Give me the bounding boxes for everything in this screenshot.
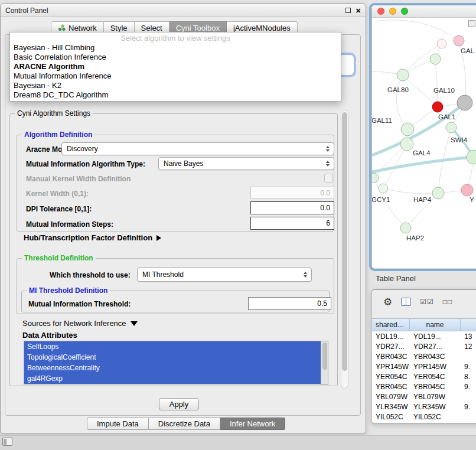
- table-row[interactable]: YBR045CYBR045C9.: [372, 381, 476, 392]
- algorithm-option-bayesian-k2[interactable]: Bayesian - K2: [10, 81, 341, 90]
- settings-scrollbar[interactable]: [341, 110, 348, 389]
- close-traffic-light-icon[interactable]: [377, 8, 384, 15]
- attribute-item-selfloops[interactable]: SelfLoops: [24, 341, 321, 352]
- network-node[interactable]: [430, 54, 441, 64]
- mi-algorithm-type-select[interactable]: Naive Bayes: [158, 157, 334, 170]
- algorithm-option-mutual-information-inference[interactable]: Mutual Information Inference: [10, 71, 341, 81]
- network-node[interactable]: [432, 187, 444, 199]
- mi-threshold-value: 0.5: [317, 299, 327, 308]
- mi-threshold-input[interactable]: 0.5: [248, 297, 331, 310]
- network-node-label: GAL10: [433, 87, 455, 94]
- network-edge: [372, 157, 474, 172]
- dpi-tolerance-input[interactable]: 0.0: [250, 201, 334, 214]
- attribute-item-topologicalcoefficient[interactable]: TopologicalCoefficient: [24, 352, 321, 363]
- network-node[interactable]: [379, 184, 388, 193]
- control-panel-dock-icon[interactable]: [2, 438, 12, 446]
- network-canvas[interactable]: GAL80GAL10GAL11GAL1SWI4GAL4GCY1HAP4HAP2G…: [372, 18, 476, 268]
- aracne-mode-value: Discovery: [67, 145, 324, 153]
- table-row[interactable]: YPR145WYPR145W9.: [372, 361, 476, 371]
- column-layout-icon[interactable]: [401, 298, 411, 306]
- network-node[interactable]: [457, 95, 472, 110]
- network-node-label: GAL4: [413, 149, 431, 156]
- algorithm-option-dream8-dc-tdc-algorithm[interactable]: Dream8 DC_TDC Algorithm: [10, 90, 341, 100]
- bottom-tab-impute-data[interactable]: Impute Data: [87, 418, 149, 430]
- network-node[interactable]: [467, 150, 476, 164]
- settings-gear-icon[interactable]: ⚙: [383, 297, 392, 307]
- network-node[interactable]: [400, 138, 413, 151]
- table-cell: YDL19...: [372, 331, 410, 341]
- table-row[interactable]: YBL079WYBL079W: [372, 392, 476, 402]
- network-node-label: GAL1: [438, 113, 455, 120]
- network-node[interactable]: [400, 223, 411, 233]
- table-cell: YDR27...: [372, 341, 410, 351]
- attributes-scrollbar-thumb[interactable]: [322, 343, 327, 370]
- which-threshold-select[interactable]: MI Threshold: [137, 268, 312, 282]
- network-node[interactable]: [372, 173, 379, 182]
- table-cell: [461, 412, 476, 422]
- sources-expander[interactable]: Sources for Network Inference: [22, 319, 138, 328]
- tab-label: Style: [110, 24, 128, 32]
- mi-algorithm-type-label: Mutual Information Algorithm Type:: [26, 160, 145, 168]
- bottom-tab-discretize-data[interactable]: Discretize Data: [149, 418, 220, 430]
- column-header-shared[interactable]: shared...: [372, 319, 410, 331]
- table-cell: YBR043C: [410, 351, 461, 361]
- tab-label: jActiveMNodules: [233, 24, 291, 32]
- table-cell: 13: [461, 331, 476, 341]
- table-toolbar: ⚙☑☑□□: [383, 295, 452, 308]
- network-node[interactable]: [401, 123, 414, 136]
- close-icon[interactable]: ×: [356, 7, 361, 14]
- manual-kernel-width-checkbox[interactable]: [324, 174, 333, 182]
- network-node[interactable]: [446, 122, 457, 133]
- aracne-mode-select[interactable]: Discovery: [61, 142, 334, 155]
- kernel-width-label: Kernel Width (0,1):: [26, 190, 89, 198]
- threshold-definition-title: Threshold Definition: [22, 254, 96, 262]
- bottom-tab-infer-network[interactable]: Infer Network: [220, 418, 285, 430]
- minimize-traffic-light-icon[interactable]: [389, 8, 396, 15]
- cyni-settings-group-title: Cyni Algorithm Settings: [15, 109, 93, 118]
- attribute-item-gal4rgexp[interactable]: gal4RGexp: [24, 373, 321, 384]
- column-header-name[interactable]: name: [410, 319, 461, 331]
- attribute-item-betweennesscentrality[interactable]: BetweennessCentrality: [24, 363, 321, 373]
- expand-right-icon: [157, 235, 161, 241]
- hub-definition-expander[interactable]: Hub/Transcription Factor Definition: [24, 233, 161, 242]
- node-table: shared...name YDL19...YDL19...13YDR27...…: [372, 318, 476, 423]
- algorithm-option-basic-correlation-inference[interactable]: Basic Correlation Inference: [10, 53, 341, 62]
- which-threshold-value: MI Threshold: [142, 270, 301, 279]
- float-window-icon[interactable]: [345, 8, 351, 13]
- table-row[interactable]: YDR27...YDR27...12: [372, 341, 476, 351]
- algorithm-option-aracne-algorithm[interactable]: ARACNE Algorithm: [10, 62, 341, 71]
- table-body: YDL19...YDL19...13YDR27...YDR27...12YBR0…: [372, 331, 476, 422]
- tab-label: Cyni Toolbox: [176, 24, 220, 32]
- clear-all-checkboxes-icon[interactable]: □□: [443, 298, 453, 306]
- kernel-width-input[interactable]: 0.0: [250, 187, 334, 199]
- select-all-checkboxes-icon[interactable]: ☑☑: [420, 298, 434, 306]
- bottom-tab-bar: Impute DataDiscretize DataInfer Network: [87, 418, 285, 430]
- network-node[interactable]: [432, 102, 443, 112]
- mi-steps-input[interactable]: 6: [250, 217, 334, 230]
- table-cell: YIL052C: [410, 412, 461, 422]
- desktop: Control Panel × NetworkStyleSelectCyni T…: [0, 0, 476, 450]
- table-row[interactable]: YLR345WYLR345W9.: [372, 402, 476, 412]
- network-node[interactable]: [461, 184, 473, 196]
- table-cell: 9.: [461, 402, 476, 412]
- network-graph-svg: GAL80GAL10GAL11GAL1SWI4GAL4GCY1HAP4HAP2G…: [372, 18, 476, 268]
- zoom-traffic-light-icon[interactable]: [401, 8, 408, 15]
- table-row[interactable]: YER054CYER054C8.: [372, 371, 476, 381]
- table-cell: 9.: [461, 361, 476, 371]
- apply-button[interactable]: Apply: [159, 398, 199, 410]
- algorithm-option-bayesian-hill-climbing[interactable]: Bayesian - Hill Climbing: [10, 43, 341, 53]
- table-row[interactable]: YBR043CYBR043C: [372, 351, 476, 361]
- chevron-updown-icon: [324, 146, 332, 152]
- settings-scrollbar-thumb[interactable]: [342, 112, 347, 371]
- network-node[interactable]: [437, 39, 446, 48]
- network-node[interactable]: [397, 69, 409, 81]
- table-cell: YPR145W: [372, 361, 410, 371]
- network-node[interactable]: [454, 35, 464, 46]
- birdseye-toggle-icon[interactable]: [468, 20, 475, 27]
- table-row[interactable]: YDL19...YDL19...13: [372, 331, 476, 341]
- table-panel-window: ⚙☑☑□□ shared...name YDL19...YDL19...13YD…: [371, 289, 476, 424]
- attributes-scrollbar[interactable]: [321, 341, 328, 384]
- table-cell: YIL052C: [372, 412, 410, 422]
- column-header-extra[interactable]: [461, 319, 476, 331]
- table-row[interactable]: YIL052CYIL052C: [372, 412, 476, 422]
